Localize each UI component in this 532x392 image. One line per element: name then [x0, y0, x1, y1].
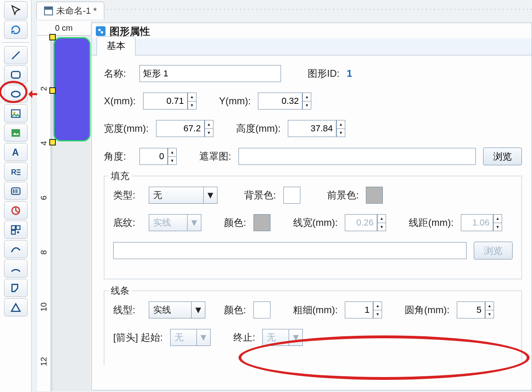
tabstrip-background [105, 7, 532, 13]
pattern-select[interactable]: 实线▼ [149, 214, 201, 231]
fill-lw-spinner[interactable]: ▲▼ [377, 214, 386, 231]
tool-roundrect[interactable] [4, 65, 27, 84]
filltype-select[interactable]: 无▼ [149, 187, 217, 204]
tool-pointer[interactable] [4, 1, 27, 19]
horizontal-ruler: 0 cm [37, 21, 91, 36]
document-tab[interactable]: 未命名-1 * [36, 2, 104, 19]
fillcolor-label: 颜色: [224, 216, 246, 229]
lineweight-spinner[interactable]: ▲▼ [373, 301, 382, 318]
svg-text:A: A [12, 147, 19, 158]
svg-rect-5 [11, 129, 20, 137]
width-label: 宽度(mm): [104, 122, 149, 135]
tool-barcode[interactable] [4, 182, 27, 200]
fill-ld-label: 线距(mm): [409, 216, 454, 229]
bg-label: 背景色: [244, 189, 276, 202]
linestyle-label: 线型: [113, 303, 141, 316]
lineradius-input[interactable] [457, 301, 485, 318]
svg-line-0 [12, 51, 19, 59]
fill-path-input[interactable] [113, 242, 467, 259]
svg-rect-19 [11, 230, 15, 234]
tool-text[interactable]: A [4, 143, 27, 161]
x-input[interactable] [143, 93, 188, 110]
mask-browse-button[interactable]: 浏览 [483, 148, 522, 165]
svg-point-21 [98, 29, 101, 31]
svg-rect-17 [11, 226, 15, 229]
height-input[interactable] [288, 120, 336, 137]
selected-rectangle-shape[interactable] [53, 37, 91, 141]
svg-point-4 [13, 112, 15, 114]
linestyle-select[interactable]: 实线▼ [149, 301, 205, 318]
shapeid-label: 图形ID: [308, 67, 340, 80]
height-spinner[interactable]: ▲▼ [336, 120, 345, 137]
panel-titlebar: 图形属性 [92, 23, 532, 38]
angle-input[interactable] [139, 148, 168, 165]
tool-triangle[interactable] [4, 298, 27, 316]
tool-ellipse[interactable] [4, 85, 27, 103]
divider [2, 42, 30, 43]
panel-icon [96, 26, 106, 36]
fill-group: 填充 类型: 无▼ 背景色: 前景色: 底纹: 实线▼ 颜色: 线宽(mm): … [104, 176, 522, 279]
bg-swatch[interactable] [283, 187, 300, 204]
filltype-label: 类型: [113, 189, 141, 202]
svg-point-2 [11, 91, 20, 97]
fillcolor-swatch[interactable] [253, 214, 270, 231]
arrow-end-label: 终止: [233, 331, 255, 344]
tool-polygon[interactable] [4, 279, 27, 297]
mask-label: 遮罩图: [199, 150, 231, 163]
properties-tabs: 基本 [92, 38, 532, 55]
line-group: 线条 线型: 实线▼ 颜色: 粗细(mm): ▲▼ 圆角(mm): ▲▼ [箭头… [104, 291, 522, 365]
svg-point-22 [101, 31, 103, 34]
x-label: X(mm): [104, 95, 136, 107]
tool-image[interactable] [4, 104, 27, 122]
fill-legend: 填充 [108, 170, 132, 182]
y-spinner[interactable]: ▲▼ [302, 93, 311, 110]
shapeid-value: 1 [347, 68, 352, 79]
fg-swatch[interactable] [366, 187, 383, 204]
tool-curve[interactable] [4, 240, 27, 258]
fill-browse-button[interactable]: 浏览 [474, 242, 513, 259]
fill-ld-input[interactable] [461, 214, 493, 231]
arrow-end-select[interactable]: 无▼ [262, 329, 303, 346]
tool-refresh[interactable] [4, 21, 27, 39]
lineweight-label: 粗细(mm): [293, 303, 338, 316]
angle-label: 角度: [104, 150, 132, 163]
lineradius-label: 圆角(mm): [405, 303, 450, 316]
selection-handle-nw[interactable] [49, 34, 56, 40]
document-tab-title: 未命名-1 * [56, 5, 97, 17]
tool-arc[interactable] [4, 259, 27, 278]
tool-qr[interactable] [4, 221, 27, 239]
tool-picture[interactable] [4, 124, 27, 142]
lineradius-spinner[interactable]: ▲▼ [485, 301, 494, 318]
y-input[interactable] [258, 93, 302, 110]
vertical-ruler: 2 4 6 8 10 12 [37, 36, 51, 391]
svg-rect-1 [11, 71, 20, 78]
selection-handle-sw[interactable] [49, 139, 56, 145]
mask-input[interactable] [239, 148, 476, 165]
name-input[interactable] [139, 65, 281, 82]
document-icon [44, 6, 53, 15]
svg-rect-18 [16, 226, 20, 229]
fill-lw-label: 线宽(mm): [293, 216, 338, 229]
arrow-start-select[interactable]: 无▼ [170, 329, 211, 346]
tool-line[interactable] [4, 46, 27, 64]
tool-chart[interactable] [4, 201, 27, 219]
x-spinner[interactable]: ▲▼ [188, 93, 196, 110]
width-input[interactable] [156, 120, 205, 137]
properties-panel: 图形属性 基本 名称: 图形ID: 1 X(mm): ▲▼ Y(mm): ▲▼ … [91, 23, 532, 390]
arrow-start-label: [箭头] 起始: [113, 331, 163, 344]
height-label: 高度(mm): [236, 122, 281, 135]
lineweight-input[interactable] [345, 301, 373, 318]
name-label: 名称: [104, 67, 132, 80]
tab-basic[interactable]: 基本 [97, 36, 135, 55]
linecolor-swatch[interactable] [253, 301, 270, 318]
linecolor-label: 颜色: [224, 303, 246, 316]
selection-handle-w[interactable] [49, 87, 56, 94]
fill-ld-spinner[interactable]: ▲▼ [493, 214, 502, 231]
fg-label: 前景色: [327, 189, 359, 202]
tool-richtext[interactable]: R [4, 162, 27, 181]
angle-spinner[interactable]: ▲▼ [168, 148, 177, 165]
svg-rect-20 [17, 231, 19, 233]
width-spinner[interactable]: ▲▼ [205, 120, 213, 137]
svg-text:R: R [11, 168, 17, 176]
fill-lw-input[interactable] [345, 214, 377, 231]
